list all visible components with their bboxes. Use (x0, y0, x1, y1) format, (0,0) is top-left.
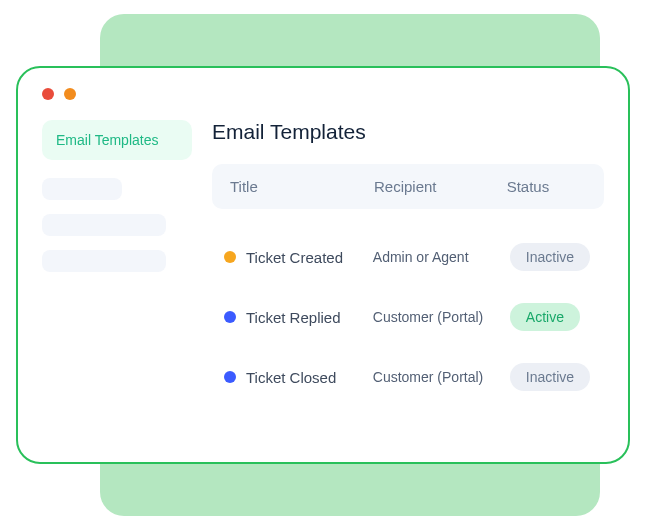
table-row[interactable]: Ticket CreatedAdmin or AgentInactive (212, 227, 604, 287)
cell-recipient: Customer (Portal) (373, 309, 502, 325)
cell-recipient: Admin or Agent (373, 249, 502, 265)
table-row[interactable]: Ticket RepliedCustomer (Portal)Active (212, 287, 604, 347)
status-dot-icon (224, 311, 236, 323)
window-controls (42, 88, 604, 100)
sidebar-item-label: Email Templates (56, 132, 158, 148)
cell-status: Active (510, 303, 592, 331)
status-badge[interactable]: Active (510, 303, 580, 331)
sidebar-item-placeholder[interactable] (42, 250, 166, 272)
row-title: Ticket Created (246, 249, 343, 266)
status-dot-icon (224, 251, 236, 263)
sidebar-item-placeholder[interactable] (42, 214, 166, 236)
close-icon[interactable] (42, 88, 54, 100)
row-title: Ticket Replied (246, 309, 340, 326)
row-title: Ticket Closed (246, 369, 336, 386)
main-content: Email Templates Title Recipient Status T… (212, 120, 604, 407)
sidebar: Email Templates (42, 120, 192, 407)
sidebar-item-placeholder[interactable] (42, 178, 122, 200)
cell-recipient: Customer (Portal) (373, 369, 502, 385)
cell-title: Ticket Created (224, 249, 365, 266)
page-title: Email Templates (212, 120, 604, 144)
cell-status: Inactive (510, 243, 592, 271)
status-badge[interactable]: Inactive (510, 243, 590, 271)
minimize-icon[interactable] (64, 88, 76, 100)
cell-title: Ticket Closed (224, 369, 365, 386)
cell-status: Inactive (510, 363, 592, 391)
status-dot-icon (224, 371, 236, 383)
sidebar-item-email-templates[interactable]: Email Templates (42, 120, 192, 160)
column-header-recipient: Recipient (374, 178, 499, 195)
column-header-title: Title (230, 178, 366, 195)
table-header: Title Recipient Status (212, 164, 604, 209)
column-header-status: Status (507, 178, 586, 195)
app-window: Email Templates Email Templates Title Re… (16, 66, 630, 464)
status-badge[interactable]: Inactive (510, 363, 590, 391)
table-row[interactable]: Ticket ClosedCustomer (Portal)Inactive (212, 347, 604, 407)
cell-title: Ticket Replied (224, 309, 365, 326)
